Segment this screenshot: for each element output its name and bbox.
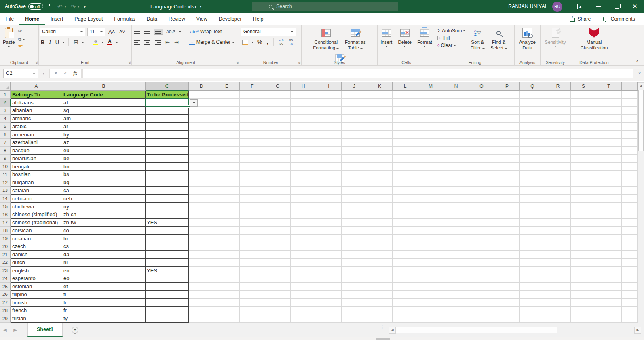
cell[interactable] [240,171,265,179]
format-painter-button[interactable] [17,44,26,48]
cell[interactable] [494,147,520,155]
cell[interactable] [316,147,342,155]
cell[interactable] [596,227,622,235]
insert-function-button[interactable]: fx [73,70,77,76]
confirm-entry-button[interactable]: ✓ [63,70,68,76]
cell[interactable] [240,107,265,115]
cell[interactable] [240,235,265,243]
cell[interactable] [494,107,520,115]
cell[interactable] [469,299,494,307]
cell[interactable] [240,203,265,211]
cell[interactable] [443,274,469,283]
cell[interactable] [443,171,469,179]
cell[interactable]: chinese (traditional) [11,219,62,227]
cell[interactable] [469,99,494,107]
autosave-switch[interactable]: Off [28,3,43,10]
autosum-button[interactable]: ΣAutoSum [436,27,467,34]
cell[interactable] [393,187,418,195]
alignment-dialog-launcher[interactable]: ⇲ [236,61,239,65]
cell[interactable] [545,203,571,211]
cell[interactable] [146,274,189,283]
cell[interactable]: co [62,227,146,235]
horizontal-scroll-thumb[interactable] [396,327,557,333]
insert-cells-button[interactable]: ← Insert [378,26,394,47]
cell[interactable] [545,131,571,139]
middle-align-button[interactable] [143,29,152,34]
cell[interactable] [342,227,367,235]
cell[interactable] [622,227,638,235]
add-sheet-button[interactable]: + [72,327,78,334]
cell[interactable] [571,299,596,307]
data-validation-dropdown-button[interactable] [190,99,198,107]
cell[interactable] [342,107,367,115]
cell[interactable] [316,274,342,283]
cell[interactable] [367,123,393,131]
find-select-button[interactable]: Find & Select [488,26,509,51]
search-input[interactable]: Search [252,2,398,11]
cell[interactable] [622,235,638,243]
cell[interactable] [240,299,265,307]
cell[interactable] [545,155,571,163]
cell[interactable] [189,314,214,323]
cell[interactable]: afrikaans [11,99,62,107]
cell[interactable] [240,155,265,163]
cell[interactable] [418,107,443,115]
cell[interactable] [622,299,638,307]
cell[interactable] [520,107,545,115]
cell[interactable]: armenian [11,131,62,139]
row-header-14[interactable]: 14 [0,195,11,203]
cell[interactable] [291,210,316,219]
customize-qat-icon[interactable]: ▾ [84,4,86,9]
column-header-partial[interactable] [622,82,638,91]
cell[interactable] [545,123,571,131]
cell[interactable] [367,283,393,291]
cell[interactable] [316,139,342,147]
cell[interactable]: bengali [11,163,62,171]
cell[interactable]: en [62,267,146,275]
cell[interactable] [494,178,520,187]
cell[interactable] [146,210,189,219]
cell[interactable] [520,210,545,219]
cell[interactable] [393,283,418,291]
cell[interactable] [494,307,520,315]
cell[interactable]: YES [146,267,189,275]
column-header-P[interactable]: P [494,82,520,91]
cell[interactable] [596,139,622,147]
cell[interactable] [291,259,316,267]
cell[interactable] [596,291,622,299]
insert-dropdown-icon[interactable] [385,46,388,47]
cell[interactable] [393,107,418,115]
cell[interactable] [494,91,520,99]
cell[interactable] [545,99,571,107]
cell[interactable] [342,251,367,259]
tab-page-layout[interactable]: Page Layout [69,13,108,25]
cell[interactable] [545,171,571,179]
cell[interactable] [469,259,494,267]
cell[interactable]: ny [62,203,146,211]
format-as-table-button[interactable]: Format as Table [343,26,368,51]
cell[interactable] [622,155,638,163]
cell[interactable] [494,123,520,131]
cell[interactable] [469,227,494,235]
cell[interactable] [596,99,622,107]
cell[interactable] [520,283,545,291]
cell[interactable] [545,178,571,187]
tab-scrollbar-splitter[interactable]: ⋮ [380,326,384,328]
cell[interactable] [342,283,367,291]
cell[interactable] [393,242,418,251]
cell[interactable] [367,131,393,139]
cell[interactable] [265,155,291,163]
cell[interactable] [189,219,214,227]
scroll-up-icon[interactable]: ▲ [638,82,644,89]
cell[interactable] [367,163,393,171]
bold-button[interactable]: B [40,39,46,46]
cell[interactable] [393,131,418,139]
cell[interactable] [189,307,214,315]
cell[interactable] [367,147,393,155]
cell[interactable] [469,107,494,115]
cell[interactable] [494,219,520,227]
cell[interactable] [520,242,545,251]
cell[interactable] [443,123,469,131]
cell[interactable] [443,307,469,315]
row-header-18[interactable]: 18 [0,227,11,235]
